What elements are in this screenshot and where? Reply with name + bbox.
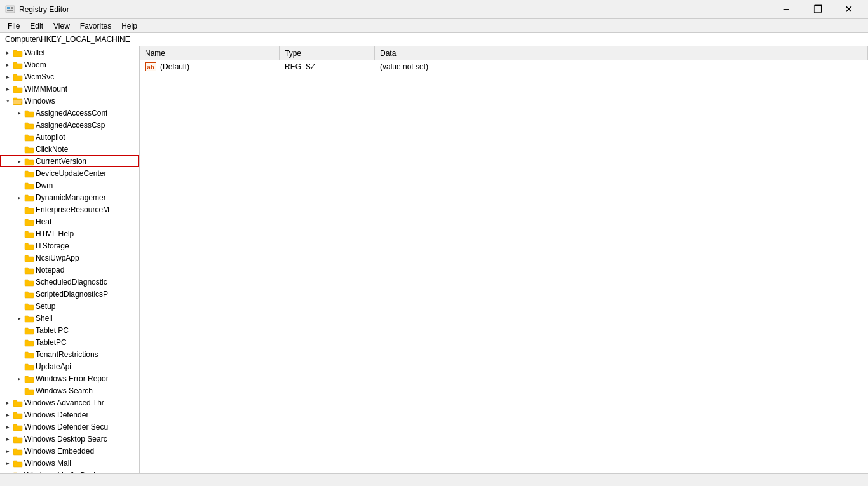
- menu-item-view[interactable]: View: [48, 19, 75, 32]
- tree-item[interactable]: ▸ Windows Defender Secu: [0, 421, 139, 433]
- tree-item-label: DynamicManagemer: [36, 193, 106, 202]
- folder-icon: [13, 60, 23, 70]
- col-header-name[interactable]: Name: [140, 46, 280, 60]
- folder-icon: [24, 313, 34, 323]
- folder-icon: [13, 410, 23, 420]
- tree-expander[interactable]: ▸: [3, 398, 13, 408]
- minimize-button[interactable]: −: [772, 0, 801, 19]
- tree-expander[interactable]: ▸: [14, 156, 24, 166]
- tree-item[interactable]: ▸ Windows Embedded: [0, 445, 139, 457]
- tree-item[interactable]: ▸ Windows Desktop Searc: [0, 433, 139, 445]
- restore-button[interactable]: ❐: [803, 0, 832, 19]
- folder-icon: [24, 349, 34, 360]
- tree-item[interactable]: Setup: [0, 300, 139, 312]
- folder-icon: [24, 120, 34, 130]
- tree-item[interactable]: DeviceUpdateCenter: [0, 167, 139, 179]
- tree-item[interactable]: ScriptedDiagnosticsP: [0, 288, 139, 300]
- tree-expander: [14, 144, 24, 154]
- tree-item[interactable]: ▸ Windows Error Repor: [0, 372, 139, 384]
- tree-item[interactable]: EnterpriseResourceM: [0, 203, 139, 215]
- menu-item-edit[interactable]: Edit: [25, 19, 48, 32]
- tree-item[interactable]: ▸ DynamicManagemer: [0, 191, 139, 203]
- menu-bar: FileEditViewFavoritesHelp: [0, 19, 868, 33]
- tree-item-label: Windows Embedded: [24, 447, 94, 456]
- folder-icon: [24, 265, 34, 275]
- tree-item-label: Dwm: [36, 181, 53, 190]
- data-area[interactable]: ab(Default)REG_SZ(value not set): [140, 60, 868, 473]
- tree-expander[interactable]: ▸: [3, 446, 13, 456]
- tree-item[interactable]: ScheduledDiagnostic: [0, 276, 139, 288]
- tree-expander[interactable]: ▸: [14, 313, 24, 323]
- tree-expander[interactable]: ▸: [3, 434, 13, 444]
- tree-item[interactable]: ▸ Windows Mail: [0, 457, 139, 469]
- tree-item[interactable]: Autopilot: [0, 131, 139, 143]
- main-layout: ▸ Wallet▸ Wbem▸ WcmSvc▸ WIMMMount▾ Windo…: [0, 46, 868, 473]
- column-headers: Name Type Data: [140, 46, 868, 60]
- tree-item-label: WIMMMount: [24, 85, 67, 93]
- tree-item[interactable]: ▸ CurrentVersion: [0, 155, 139, 167]
- tree-item-label: DeviceUpdateCenter: [36, 169, 106, 178]
- tree-item[interactable]: Notepad: [0, 264, 139, 276]
- folder-icon: [24, 168, 34, 179]
- close-button[interactable]: ✕: [834, 0, 863, 19]
- col-header-data[interactable]: Data: [375, 46, 868, 60]
- tree-expander: [14, 325, 24, 336]
- tree-item[interactable]: AssignedAccessCsp: [0, 119, 139, 131]
- tree-item[interactable]: ▸ Wbem: [0, 58, 139, 71]
- folder-icon: [24, 108, 34, 118]
- tree-item[interactable]: Dwm: [0, 179, 139, 191]
- tree-expander[interactable]: ▸: [3, 72, 13, 82]
- folder-icon: [24, 362, 34, 372]
- table-row[interactable]: ab(Default)REG_SZ(value not set): [140, 60, 868, 72]
- tree-expander[interactable]: ▸: [3, 422, 13, 432]
- tree-item-label: Windows: [24, 97, 55, 105]
- tree-item[interactable]: ▸ Wallet: [0, 46, 139, 58]
- folder-icon: [24, 193, 34, 203]
- tree-item[interactable]: TabletPC: [0, 336, 139, 348]
- tree-item[interactable]: ▸ AssignedAccessConf: [0, 107, 139, 119]
- tree-item[interactable]: ITStorage: [0, 240, 139, 252]
- tree-item[interactable]: ▸ Shell: [0, 312, 139, 324]
- folder-icon: [13, 72, 23, 82]
- tree-item[interactable]: ▸ WcmSvc: [0, 71, 139, 83]
- tree-item-label: Autopilot: [36, 133, 65, 142]
- tree-expander: [14, 362, 24, 372]
- tree-expander: [14, 301, 24, 311]
- menu-item-file[interactable]: File: [3, 19, 25, 32]
- tree-panel[interactable]: ▸ Wallet▸ Wbem▸ WcmSvc▸ WIMMMount▾ Windo…: [0, 46, 140, 473]
- tree-expander: [14, 132, 24, 142]
- tree-expander[interactable]: ▸: [3, 470, 13, 474]
- svg-rect-3: [11, 8, 13, 9]
- tree-item[interactable]: NcsiUwpApp: [0, 252, 139, 264]
- tree-expander: [14, 180, 24, 191]
- tree-item-label: AssignedAccessCsp: [36, 121, 105, 130]
- tree-item[interactable]: ▸ WIMMMount: [0, 83, 139, 95]
- tree-item[interactable]: ▸ Windows Advanced Thr: [0, 396, 139, 409]
- folder-icon: [24, 180, 34, 191]
- title-bar-controls: − ❐ ✕: [772, 0, 863, 19]
- tree-item[interactable]: ClickNote: [0, 143, 139, 155]
- menu-item-favorites[interactable]: Favorites: [75, 19, 116, 32]
- tree-expander[interactable]: ▾: [3, 96, 13, 106]
- tree-expander[interactable]: ▸: [3, 84, 13, 94]
- tree-item-label: AssignedAccessConf: [36, 109, 107, 118]
- tree-expander[interactable]: ▸: [14, 193, 24, 203]
- tree-expander[interactable]: ▸: [3, 458, 13, 468]
- tree-item[interactable]: HTML Help: [0, 227, 139, 240]
- col-header-type[interactable]: Type: [280, 46, 375, 60]
- tree-item[interactable]: ▸ Windows Defender: [0, 409, 139, 421]
- tree-item[interactable]: ▾ Windows: [0, 95, 139, 107]
- tree-item[interactable]: TenantRestrictions: [0, 348, 139, 360]
- tree-item[interactable]: ▸ Windows Media Device: [0, 469, 139, 473]
- tree-item-label: TenantRestrictions: [36, 350, 98, 359]
- tree-expander[interactable]: ▸: [14, 374, 24, 384]
- tree-expander[interactable]: ▸: [14, 108, 24, 118]
- tree-item[interactable]: Heat: [0, 215, 139, 227]
- menu-item-help[interactable]: Help: [116, 19, 142, 32]
- tree-expander[interactable]: ▸: [3, 60, 13, 70]
- tree-expander[interactable]: ▸: [3, 48, 13, 58]
- tree-item[interactable]: Tablet PC: [0, 324, 139, 336]
- tree-item[interactable]: Windows Search: [0, 384, 139, 396]
- tree-item[interactable]: UpdateApi: [0, 360, 139, 372]
- tree-expander[interactable]: ▸: [3, 410, 13, 420]
